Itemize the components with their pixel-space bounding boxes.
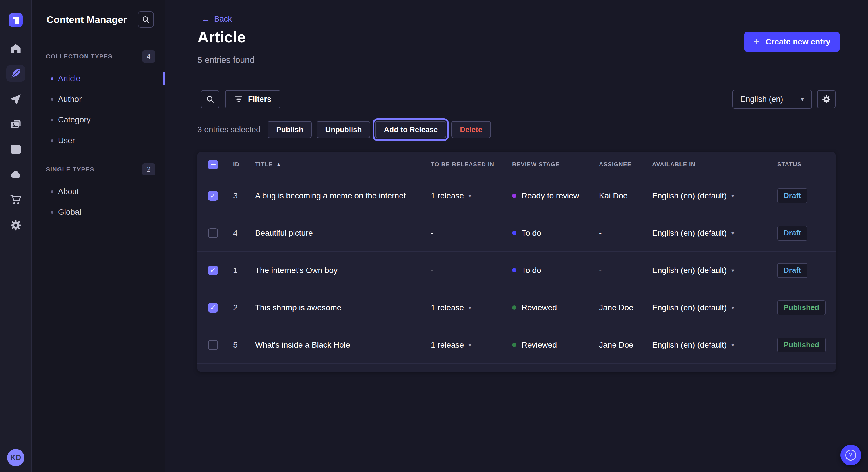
- selection-count: 3 entries selected: [197, 125, 260, 134]
- main-nav-rail: KD: [0, 0, 32, 472]
- chevron-down-icon[interactable]: ▾: [468, 304, 471, 311]
- user-avatar[interactable]: KD: [7, 449, 24, 466]
- chevron-down-icon[interactable]: ▾: [732, 341, 734, 348]
- row-checkbox[interactable]: [208, 340, 218, 350]
- chevron-down-icon[interactable]: ▾: [732, 230, 734, 237]
- row-checkbox[interactable]: ✓: [208, 191, 218, 201]
- sort-asc-icon[interactable]: ▲: [276, 162, 282, 167]
- column-header-available-in: AVAILABLE IN: [652, 161, 777, 168]
- chevron-down-icon[interactable]: ▾: [732, 193, 734, 199]
- review-stage-cell: Ready to review: [512, 191, 599, 200]
- back-link[interactable]: ← Back: [201, 14, 232, 24]
- settings-gear-icon[interactable]: [6, 217, 25, 233]
- chevron-down-icon[interactable]: ▾: [468, 341, 471, 348]
- assignee-cell: Jane Doe: [599, 340, 652, 349]
- marketplace-cart-icon[interactable]: [6, 191, 25, 208]
- column-header-label: ASSIGNEE: [599, 161, 631, 168]
- subnav-item-author[interactable]: Author: [32, 89, 165, 109]
- subnav-item-label: Article: [58, 74, 81, 83]
- section-list: AboutGlobal: [32, 181, 165, 223]
- section-label: SINGLE TYPES: [46, 166, 94, 173]
- indeterminate-dash-icon: [211, 164, 216, 165]
- column-header-status: STATUS: [777, 161, 836, 168]
- chevron-down-icon[interactable]: ▾: [732, 267, 734, 274]
- available-in-value: English (en) (default): [652, 229, 727, 238]
- release-cell[interactable]: 1 release▾: [431, 191, 512, 200]
- status-badge: Draft: [777, 189, 807, 203]
- delete-button[interactable]: Delete: [451, 121, 491, 138]
- release-value: 1 release: [431, 191, 464, 200]
- review-stage-dot: [512, 305, 516, 310]
- brand-logo-wrap: [0, 0, 31, 40]
- chevron-down-icon[interactable]: ▾: [732, 304, 734, 311]
- available-in-cell[interactable]: English (en) (default)▾: [652, 303, 777, 312]
- subnav-item-label: Category: [58, 115, 91, 125]
- subnav-item-label: Global: [58, 208, 81, 217]
- review-stage-cell: To do: [512, 229, 599, 238]
- available-in-cell[interactable]: English (en) (default)▾: [652, 340, 777, 349]
- row-checkbox-cell: ✓: [197, 266, 233, 275]
- table-row[interactable]: 5What's inside a Black Hole1 release▾Rev…: [197, 326, 836, 364]
- title-cell: Beautiful picture: [255, 229, 431, 238]
- add-to-release-button[interactable]: Add to Release: [375, 121, 446, 138]
- release-cell[interactable]: 1 release▾: [431, 340, 512, 349]
- review-stage-dot: [512, 194, 516, 198]
- bullet-icon: [51, 191, 53, 193]
- releases-paper-plane-icon[interactable]: [6, 91, 25, 108]
- assignee-cell: -: [599, 229, 652, 238]
- home-icon[interactable]: [6, 40, 25, 57]
- bullet-icon: [51, 119, 53, 121]
- section-count-badge: 2: [142, 164, 155, 175]
- locale-value: English (en): [740, 95, 783, 104]
- table-row[interactable]: ✓1The internet's Own boy-To do-English (…: [197, 252, 836, 289]
- available-in-value: English (en) (default): [652, 191, 727, 200]
- section-label: COLLECTION TYPES: [46, 53, 113, 60]
- help-button[interactable]: ?: [840, 445, 861, 465]
- title-cell: This shrimp is awesome: [255, 303, 431, 312]
- assignee-cell: Kai Doe: [599, 191, 652, 200]
- subnav-search-button[interactable]: [138, 11, 154, 28]
- available-in-cell[interactable]: English (en) (default)▾: [652, 191, 777, 200]
- back-label: Back: [214, 14, 232, 24]
- column-header-title[interactable]: TITLE▲: [255, 161, 431, 168]
- table-row[interactable]: 4Beautiful picture-To do-English (en) (d…: [197, 214, 836, 252]
- unpublish-button[interactable]: Unpublish: [317, 121, 370, 138]
- search-button[interactable]: [201, 90, 219, 108]
- table-row[interactable]: ✓3A bug is becoming a meme on the intern…: [197, 177, 836, 214]
- filters-button[interactable]: Filters: [225, 90, 280, 108]
- check-icon: ✓: [210, 267, 216, 274]
- deploy-cloud-icon[interactable]: [6, 166, 25, 183]
- subnav-item-global[interactable]: Global: [32, 202, 165, 223]
- review-stage-cell: To do: [512, 266, 599, 275]
- subnav-item-about[interactable]: About: [32, 181, 165, 202]
- content-manager-feather-icon[interactable]: [6, 65, 25, 82]
- bullet-icon: [51, 77, 53, 80]
- locale-select[interactable]: English (en) ▾: [732, 90, 812, 109]
- review-stage-label: To do: [522, 229, 541, 238]
- strapi-logo-icon[interactable]: [9, 13, 23, 27]
- available-in-cell[interactable]: English (en) (default)▾: [652, 229, 777, 238]
- select-all-cell: [197, 160, 233, 169]
- content-type-builder-layout-icon[interactable]: [6, 141, 25, 158]
- filters-label: Filters: [248, 95, 271, 104]
- chevron-down-icon[interactable]: ▾: [468, 193, 471, 199]
- create-new-entry-button[interactable]: + Create new entry: [744, 32, 840, 52]
- row-checkbox[interactable]: [208, 228, 218, 238]
- subnav-item-user[interactable]: User: [32, 130, 165, 151]
- id-cell: 3: [233, 191, 255, 200]
- row-checkbox[interactable]: ✓: [208, 266, 218, 275]
- release-cell[interactable]: 1 release▾: [431, 303, 512, 312]
- media-library-icon[interactable]: [6, 116, 25, 133]
- row-checkbox-cell: [197, 228, 233, 238]
- subnav-item-label: User: [58, 136, 75, 145]
- select-all-checkbox[interactable]: [208, 160, 218, 169]
- available-in-cell[interactable]: English (en) (default)▾: [652, 266, 777, 275]
- row-checkbox[interactable]: ✓: [208, 303, 218, 312]
- subnav-item-category[interactable]: Category: [32, 109, 165, 130]
- main-content: ← Back Article 5 entries found + Create …: [165, 0, 868, 472]
- subnav-item-article[interactable]: Article: [32, 68, 165, 89]
- publish-button[interactable]: Publish: [268, 121, 312, 138]
- view-settings-button[interactable]: [817, 90, 836, 108]
- review-stage-label: Ready to review: [522, 191, 579, 200]
- table-row[interactable]: ✓2This shrimp is awesome1 release▾Review…: [197, 289, 836, 326]
